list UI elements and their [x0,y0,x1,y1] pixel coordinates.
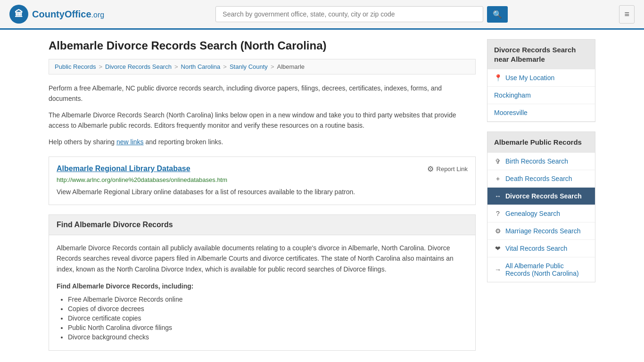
sidebar-item-icon-1: + [494,175,502,182]
logo-brand: CountyOffice [32,9,91,19]
breadcrumb-divorce-records-search[interactable]: Divorce Records Search [105,63,172,70]
desc3-before: Help others by sharing [49,138,116,146]
rockingham-link[interactable]: Rockingham [494,91,531,99]
sidebar-item-icon-3: ? [494,210,502,217]
sidebar-section-public-records: Albemarle Public Records ✞Birth Records … [487,132,595,282]
sidebar-item-genealogy-search[interactable]: ?Genealogy Search [487,205,595,222]
find-section-para: Albemarle Divorce Records contain all pu… [57,243,468,274]
link-card-desc: View Albemarle Regional Library online d… [57,187,468,197]
list-item: Divorce certificate copies [68,314,468,322]
list-item: Divorce background checks [68,333,468,341]
page-title: Albemarle Divorce Records Search (North … [49,39,476,52]
page-header: 🏛 CountyOffice.org 🔍 ≡ [0,0,644,30]
sidebar-item-marriage-records-search[interactable]: ⚙Marriage Records Search [487,222,595,240]
link-card-url: http://www.arlnc.org/online%20databases/… [57,176,468,183]
breadcrumb-sep-2: > [174,63,178,70]
sidebar-item-label-4: Marriage Records Search [505,227,588,235]
use-my-location-label: Use My Location [505,74,554,82]
description-paragraph-2: The Albemarle Divorce Records Search (No… [49,110,476,131]
sidebar-item-label-3: Genealogy Search [505,210,588,217]
link-card-header: Albemarle Regional Library Database ⚙ Re… [57,165,468,173]
sidebar-item-icon-4: ⚙ [494,227,502,235]
sidebar-item-death-records-search[interactable]: +Death Records Search [487,170,595,188]
find-section: Find Albemarle Divorce Records Albemarle… [49,214,476,351]
main-container: Albemarle Divorce Records Search (North … [39,30,605,360]
find-section-header: Find Albemarle Divorce Records [49,215,475,235]
report-link-label: Report Link [437,165,468,173]
desc3-after: and reporting broken links. [144,138,223,146]
new-links-link[interactable]: new links [116,138,144,146]
description-paragraph-1: Perform a free Albemarle, NC public divo… [49,83,476,104]
sidebar-item-label-5: Vital Records Search [505,245,588,252]
link-card: Albemarle Regional Library Database ⚙ Re… [49,156,476,205]
sidebar-section-nearby: Divorce Records Search near Albemarle 📍 … [487,39,595,122]
sidebar-item-label-6: All Albemarle Public Records (North Caro… [505,262,588,277]
sidebar-items-container: ✞Birth Records Search+Death Records Sear… [487,153,595,282]
find-section-title: Find Albemarle Divorce Records [57,221,468,229]
sidebar-item-vital-records-search[interactable]: ❤Vital Records Search [487,240,595,257]
report-icon: ⚙ [427,165,434,173]
breadcrumb-sep-1: > [99,63,102,70]
sidebar-item-birth-records-search[interactable]: ✞Birth Records Search [487,153,595,170]
find-section-subheading: Find Albemarle Divorce Records, includin… [57,281,468,291]
sidebar-item-icon-2: ↔ [494,192,502,200]
list-item: Copies of divorce decrees [68,305,468,313]
location-icon: 📍 [494,74,502,82]
list-item: Free Albemarle Divorce Records online [68,296,468,303]
link-card-title[interactable]: Albemarle Regional Library Database [57,165,190,173]
sidebar-item-icon-0: ✞ [494,157,502,165]
search-area: 🔍 [215,6,508,23]
sidebar-item-icon-6: → [494,266,502,273]
breadcrumb-public-records[interactable]: Public Records [55,63,96,70]
sidebar: Divorce Records Search near Albemarle 📍 … [487,39,595,351]
breadcrumb-albemarle: Albemarle [277,63,305,70]
breadcrumb-stanly-county[interactable]: Stanly County [230,63,268,70]
search-button[interactable]: 🔍 [487,6,508,23]
sidebar-item-label-1: Death Records Search [505,175,588,182]
sidebar-item-all-albemarle-public-records-north-carolina[interactable]: →All Albemarle Public Records (North Car… [487,257,595,282]
sidebar-item-label-2: Divorce Records Search [505,192,588,200]
description-paragraph-3: Help others by sharing new links and rep… [49,137,476,147]
content-area: Albemarle Divorce Records Search (North … [49,39,476,351]
sidebar-nearby-header: Divorce Records Search near Albemarle [487,40,595,69]
logo-area: 🏛 CountyOffice.org [9,5,104,24]
breadcrumb-sep-3: > [223,63,227,70]
sidebar-rockingham: Rockingham [487,87,595,104]
search-input[interactable] [215,6,483,22]
breadcrumb-sep-4: > [271,63,274,70]
mooresville-link[interactable]: Mooresville [494,109,528,116]
sidebar-mooresville: Mooresville [487,104,595,122]
breadcrumb-north-carolina[interactable]: North Carolina [181,63,221,70]
logo-icon: 🏛 [9,5,28,24]
sidebar-public-records-header: Albemarle Public Records [487,132,595,153]
use-my-location-button[interactable]: 📍 Use My Location [487,69,595,87]
report-link-button[interactable]: ⚙ Report Link [427,165,468,173]
find-list: Free Albemarle Divorce Records onlineCop… [57,296,468,341]
sidebar-item-icon-5: ❤ [494,245,502,252]
sidebar-item-divorce-records-search[interactable]: ↔Divorce Records Search [487,188,595,205]
logo-text: CountyOffice.org [32,9,104,20]
sidebar-item-label-0: Birth Records Search [505,157,588,165]
list-item: Public North Carolina divorce filings [68,324,468,331]
find-section-body: Albemarle Divorce Records contain all pu… [49,235,475,350]
breadcrumb: Public Records > Divorce Records Search … [49,59,476,74]
logo-org: .org [91,11,105,19]
menu-button[interactable]: ≡ [619,5,635,24]
